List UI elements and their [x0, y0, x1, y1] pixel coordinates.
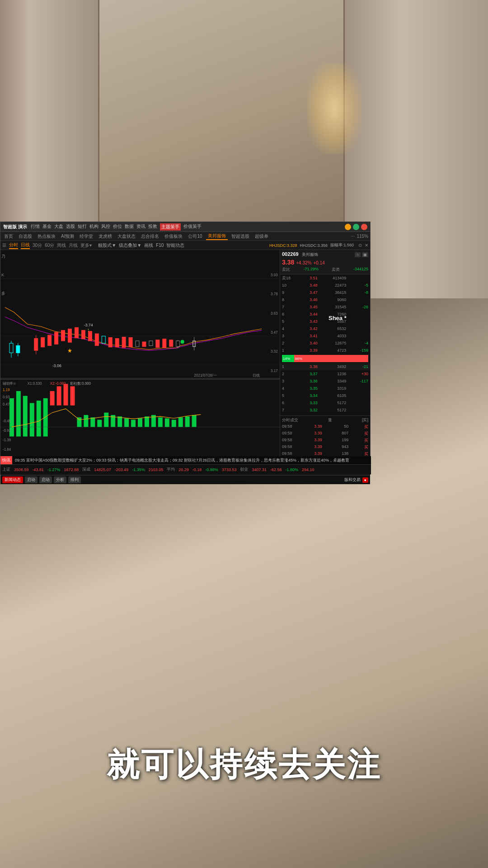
price-label-2: K: [1, 273, 4, 277]
nav-news[interactable]: 资讯: [136, 223, 145, 231]
chart-tab-month[interactable]: 月线: [69, 242, 78, 249]
chart-area[interactable]: 3.93 3.78 3.63 3.47 3.32 3.17: [0, 250, 280, 465]
action-bar: 新闻动态 启动 启动 分析 排列 版和交易 ●: [0, 475, 370, 484]
svg-rect-58: [23, 396, 28, 437]
chart-tab-30[interactable]: 30分: [33, 242, 42, 249]
sell-compare-pct: -71.29%: [303, 267, 319, 273]
ob-sell-2: 2 3.40 12675 -4: [280, 340, 370, 347]
more-icon[interactable]: ···: [351, 234, 355, 239]
f10-btn[interactable]: F10: [156, 243, 164, 248]
nav-action[interactable]: 行情: [31, 223, 40, 231]
svg-text:3.93: 3.93: [271, 273, 278, 277]
svg-text:3.17: 3.17: [271, 369, 278, 373]
tab-dragon[interactable]: 龙虎榜: [97, 233, 114, 240]
svg-text:X1:0.530: X1:0.530: [28, 382, 42, 386]
svg-text:0.47: 0.47: [3, 402, 10, 406]
ob-buy-6: 6 3.33 5172: [280, 399, 370, 406]
svg-rect-32: [115, 339, 119, 347]
idx-3-change: -203.49: [115, 467, 129, 472]
nav-select[interactable]: 选股: [66, 223, 75, 231]
nav-market[interactable]: 大盘: [54, 223, 63, 231]
nav-data[interactable]: 数据: [125, 223, 134, 231]
nav-funds[interactable]: 基金: [42, 223, 52, 231]
svg-text:3.32: 3.32: [271, 349, 278, 354]
idx-1-pct: -1.27%: [47, 467, 61, 472]
tab-hot[interactable]: 热点板块: [36, 233, 57, 240]
ab-trade[interactable]: 版和交易: [344, 477, 361, 483]
maximize-button[interactable]: [353, 224, 359, 230]
nav-short[interactable]: 短打: [78, 223, 87, 231]
svg-rect-29: [95, 334, 99, 345]
svg-rect-59: [30, 403, 34, 436]
idx-7-val: 3407.31: [252, 467, 267, 472]
stock-current-price: 3.38: [282, 259, 294, 266]
chart-tab-more[interactable]: 更多▾: [80, 242, 92, 249]
ab-arrange[interactable]: 分析: [54, 476, 66, 483]
ab-analyze[interactable]: 启动: [39, 476, 52, 483]
svg-text:-3.74: -3.74: [84, 323, 93, 327]
svg-rect-64: [64, 384, 68, 406]
tab-stock[interactable]: 美邦服饰: [206, 233, 228, 240]
close-indicator[interactable]: ✕: [365, 243, 368, 248]
svg-rect-74: [124, 418, 129, 427]
tab-market[interactable]: 大盘状态: [116, 233, 137, 240]
tab-super-order[interactable]: 超级单: [253, 233, 270, 240]
chart-tab-60[interactable]: 60分: [45, 242, 54, 249]
nav-invest[interactable]: 投教: [148, 223, 157, 231]
order-book: 卖18 3.51 413409 10 3.48 22473 -5 9 3.47 …: [280, 274, 370, 415]
svg-rect-77: [145, 416, 149, 427]
svg-rect-67: [77, 417, 81, 427]
minimize-button[interactable]: [345, 224, 351, 230]
stock-change-pct: +4.32%: [296, 260, 311, 265]
stock-name: 美邦服饰: [302, 252, 318, 257]
indicator-value2: HHJSDC:3.356: [300, 243, 328, 248]
svg-rect-83: [185, 416, 190, 427]
shea-label: Shea *: [328, 315, 347, 321]
svg-text:1.19: 1.19: [3, 388, 10, 392]
idx-1-val: 3506.59: [14, 467, 29, 472]
svg-rect-80: [165, 418, 169, 427]
tab-company10[interactable]: 公司10: [186, 233, 204, 240]
fleet-mode[interactable]: 舰股式▼: [98, 242, 116, 249]
svg-rect-60: [37, 401, 41, 436]
ab-start[interactable]: 启动: [25, 476, 38, 483]
stock-fav[interactable]: ☆: [355, 252, 361, 257]
ob-sell-3: 3 3.41 4033: [280, 332, 370, 340]
nav-risk[interactable]: 风控: [101, 223, 110, 231]
trade-history-header: 分时成交 量 [买]: [280, 417, 370, 424]
nav-value[interactable]: 价值策手: [183, 223, 202, 231]
draw-line[interactable]: 画线: [144, 242, 153, 249]
tab-rank[interactable]: 总合排名: [139, 233, 161, 240]
tab-super-select[interactable]: 智超选股: [230, 233, 251, 240]
idx-3-name: 深成: [82, 467, 90, 472]
chart-tab-week[interactable]: 周线: [57, 242, 66, 249]
svg-rect-39: [163, 339, 166, 348]
level-overlay[interactable]: 级态叠加▼: [119, 242, 141, 249]
ab-theme[interactable]: 排列: [68, 476, 81, 483]
stock-chart-icon[interactable]: ▦: [362, 252, 368, 257]
title-bar: 智超版 演示 行情 基金 大盘 选股 短打 机构 风控 价位 数据 资讯 投教 …: [0, 222, 370, 232]
smart-mode[interactable]: 智能功态: [166, 242, 184, 249]
title-nav: 行情 基金 大盘 选股 短打 机构 风控 价位 数据 资讯 投教 主题策手 价值…: [31, 223, 202, 231]
svg-rect-75: [131, 420, 136, 427]
zoom-label: 115%: [357, 234, 368, 239]
chart-tab-minute[interactable]: 分时: [9, 242, 18, 249]
tab-school[interactable]: 经学堂: [78, 233, 95, 240]
ob-sell-18: 卖18 3.51 413409: [280, 274, 370, 282]
tab-value[interactable]: 价值板块: [163, 233, 184, 240]
tab-ai[interactable]: AI预测: [59, 233, 76, 240]
trade-active-btn[interactable]: ●: [362, 477, 368, 483]
tab-watchlist[interactable]: 自选股: [17, 233, 34, 240]
close-button[interactable]: [361, 224, 367, 230]
indicator-value: HHJSDC:3.328: [269, 243, 297, 248]
settings-icon[interactable]: ⊙: [358, 243, 362, 248]
trade-row-1: 09:58 3.39 50 买: [280, 424, 370, 430]
nav-price[interactable]: 价位: [113, 223, 122, 231]
nav-agency[interactable]: 机构: [89, 223, 99, 231]
tab-home[interactable]: 首页: [2, 233, 15, 240]
ab-news[interactable]: 新闻动态: [2, 476, 23, 483]
chart-tab-day[interactable]: 日线: [21, 242, 30, 249]
chart-type-list[interactable]: ☰: [2, 243, 6, 248]
nav-theme[interactable]: 主题策手: [160, 223, 181, 231]
idx-1-name: 上证: [2, 467, 10, 472]
